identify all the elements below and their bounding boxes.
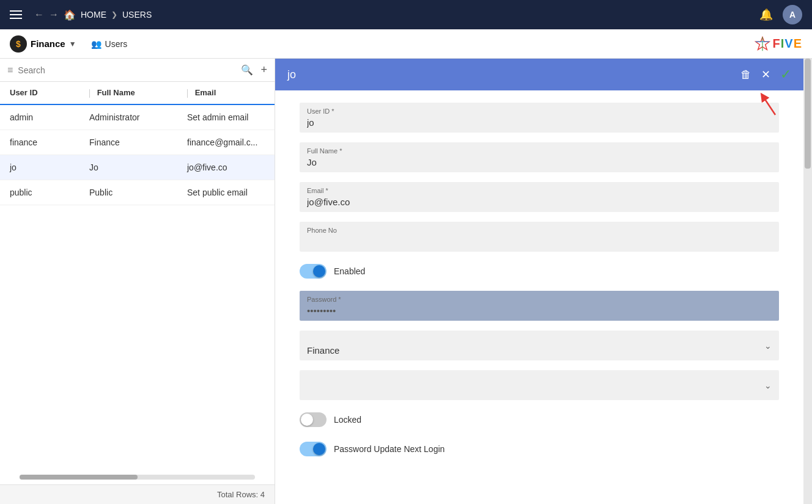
table-row[interactable]: jo Jo jo@five.co (0, 155, 275, 180)
cell-email: finance@gmail.c... (187, 137, 265, 147)
table-row[interactable]: admin Administrator Set admin email (0, 105, 275, 130)
scrollbar-thumb (805, 59, 811, 169)
table-footer: Total Rows: 4 (0, 484, 275, 504)
table-header: User ID Full Name Email (0, 82, 275, 105)
svg-line-4 (763, 97, 775, 115)
cell-user-id: jo (10, 163, 89, 172)
subheader-left: $ Finance ▼ 👥 Users (10, 35, 127, 53)
enabled-toggle[interactable] (300, 264, 327, 279)
app-icon: $ (10, 35, 27, 53)
col-full-name: Full Name (89, 88, 187, 98)
breadcrumb-chevron: ❯ (111, 10, 117, 19)
home-icon: 🏠 (64, 9, 76, 21)
form-header-actions: 🗑 ✕ ✓ (740, 67, 791, 82)
app-selector[interactable]: $ Finance ▼ (10, 35, 76, 53)
form-title: jo (287, 68, 296, 81)
bell-icon[interactable]: 🔔 (759, 8, 773, 21)
five-logo-text: FIVE (773, 37, 802, 51)
cell-full-name: Public (89, 188, 187, 197)
search-bar: ≡ 🔍 + (0, 59, 275, 82)
locked-toggle[interactable] (300, 412, 327, 427)
user-id-field: User ID * (300, 103, 779, 133)
user-id-input[interactable] (300, 103, 779, 133)
home-label[interactable]: HOME (81, 10, 106, 20)
forward-button[interactable]: → (49, 9, 59, 20)
phone-input[interactable] (300, 222, 779, 252)
email-field: Email * (300, 182, 779, 212)
enabled-toggle-row: Enabled (300, 261, 779, 281)
menu-icon[interactable] (10, 10, 22, 19)
app-dropdown-icon: ▼ (69, 40, 76, 48)
locked-toggle-row: Locked (300, 410, 779, 429)
table-row[interactable]: public Public Set public email (0, 180, 275, 205)
horizontal-scroll[interactable] (0, 470, 275, 484)
five-logo-icon (755, 36, 770, 52)
phone-field: Phone No (300, 222, 779, 252)
users-nav[interactable]: 👥 Users (91, 39, 128, 49)
cell-full-name: Administrator (89, 112, 187, 122)
users-label[interactable]: USERS (122, 10, 152, 20)
email-input[interactable] (300, 182, 779, 212)
close-button[interactable]: ✕ (761, 68, 770, 81)
table-row[interactable]: finance Finance finance@gmail.c... (0, 130, 275, 155)
form-header: jo 🗑 ✕ ✓ (275, 59, 803, 90)
role-select[interactable]: Finance Admin Public (300, 331, 779, 360)
user-record-select[interactable] (300, 370, 779, 400)
cell-user-id: admin (10, 112, 89, 122)
arrow-annotation (757, 90, 788, 121)
password-input[interactable] (300, 291, 779, 321)
password-update-toggle[interactable] (300, 442, 327, 456)
save-button[interactable]: ✓ (780, 67, 791, 82)
role-field: Role * Finance Admin Public ⌄ (300, 331, 779, 360)
cell-user-id: public (10, 188, 89, 197)
cell-email: Set public email (187, 188, 265, 197)
users-icon: 👥 (91, 39, 102, 49)
col-user-id: User ID (10, 88, 89, 98)
cell-email: jo@five.co (187, 163, 265, 172)
avatar[interactable]: A (783, 5, 802, 24)
enabled-label: Enabled (334, 266, 365, 276)
table-body: admin Administrator Set admin email fina… (0, 105, 275, 470)
right-panel: jo 🗑 ✕ ✓ (275, 59, 803, 504)
topbar: ← → 🏠 HOME ❯ USERS 🔔 A (0, 0, 812, 29)
five-logo: FIVE (755, 36, 802, 52)
search-icon[interactable]: 🔍 (241, 64, 253, 76)
password-field: Password * (300, 291, 779, 321)
delete-button[interactable]: 🗑 (740, 68, 751, 81)
cell-full-name: Jo (89, 163, 187, 172)
main-layout: ≡ 🔍 + User ID Full Name Email admin Admi… (0, 59, 812, 504)
breadcrumb: ← → 🏠 HOME ❯ USERS (34, 9, 752, 21)
cell-email: Set admin email (187, 112, 265, 122)
topbar-right: 🔔 A (759, 5, 802, 24)
back-button[interactable]: ← (34, 9, 44, 20)
user-record-field: User Record ⌄ (300, 370, 779, 400)
users-nav-label: Users (105, 39, 128, 49)
col-email: Email (187, 88, 265, 98)
cell-user-id: finance (10, 137, 89, 147)
password-update-label: Password Update Next Login (334, 444, 445, 454)
full-name-field: Full Name * (300, 142, 779, 172)
search-input[interactable] (18, 65, 236, 75)
locked-label: Locked (334, 415, 361, 425)
app-name: Finance (31, 38, 65, 49)
cell-full-name: Finance (89, 137, 187, 147)
right-scrollbar[interactable] (803, 59, 812, 504)
subheader: $ Finance ▼ 👥 Users FIVE (0, 29, 812, 59)
left-panel: ≡ 🔍 + User ID Full Name Email admin Admi… (0, 59, 275, 504)
form-body: User ID * Full Name * Email * Phone No (275, 90, 803, 504)
full-name-input[interactable] (300, 142, 779, 172)
form-panel-wrapper: jo 🗑 ✕ ✓ (275, 59, 812, 504)
add-button[interactable]: + (260, 64, 267, 76)
password-update-toggle-row: Password Update Next Login (300, 439, 779, 459)
filter-icon[interactable]: ≡ (7, 65, 13, 76)
